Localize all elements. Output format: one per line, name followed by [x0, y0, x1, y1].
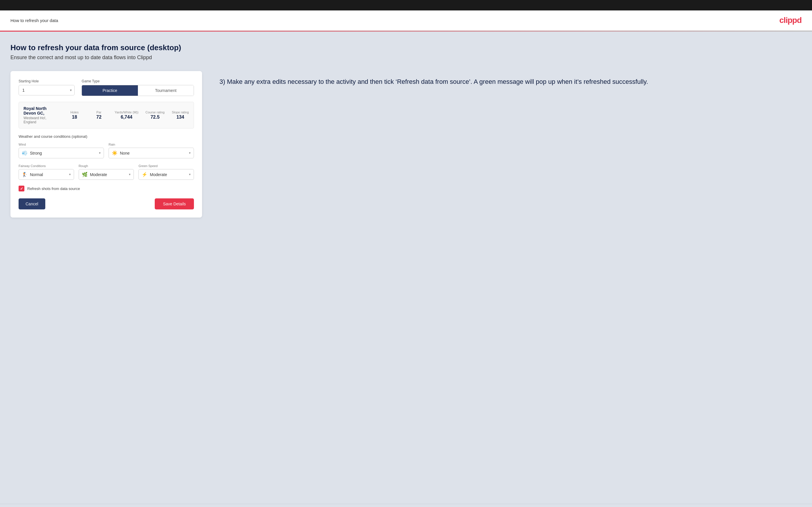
tournament-button[interactable]: Tournament [138, 85, 194, 96]
holes-label: Holes [70, 111, 79, 114]
page-subheading: Ensure the correct and most up to date d… [10, 55, 802, 61]
fairway-select[interactable]: 🏌 Normal ▾ [18, 169, 74, 180]
top-bar [0, 0, 812, 10]
info-text: 3) Make any extra edits necessary to the… [219, 77, 802, 87]
par-label: Par [96, 111, 101, 114]
yards-label: Yards/White (M)) [115, 111, 139, 114]
rough-value: Moderate [90, 172, 129, 177]
fairway-group: Fairway Conditions 🏌 Normal ▾ [18, 164, 74, 180]
course-yards-stat: Yards/White (M)) 6,744 [115, 111, 139, 120]
course-rating-label: Course rating [145, 111, 165, 114]
course-name-text: Royal North Devon GC, [23, 106, 59, 115]
logo: clippd [779, 16, 802, 25]
fairway-icon: 🏌 [22, 172, 28, 177]
fairway-rough-green-row: Fairway Conditions 🏌 Normal ▾ Rough 🌿 Mo… [18, 164, 194, 180]
checkmark-icon: ✓ [20, 186, 23, 191]
wind-label: Wind [18, 143, 104, 146]
fairway-value: Normal [30, 172, 69, 177]
save-button[interactable]: Save Details [155, 199, 194, 210]
rough-icon: 🌿 [82, 172, 88, 177]
wind-group: Wind 💨 Strong ▾ [18, 143, 104, 158]
green-speed-group: Green Speed ⚡ Moderate ▾ [139, 164, 194, 180]
header-title: How to refresh your data [10, 18, 58, 23]
par-value: 72 [96, 115, 102, 120]
rain-value: None [120, 151, 189, 156]
holes-value: 18 [72, 115, 77, 120]
rain-label: Rain [109, 143, 194, 146]
starting-hole-select-wrapper[interactable]: 1 2 10 ▾ [18, 85, 74, 96]
slope-rating-label: Slope rating [172, 111, 189, 114]
form-actions: Cancel Save Details [18, 199, 194, 210]
wind-arrow-icon: ▾ [99, 151, 101, 155]
footer: Copyright Clippd 2022 [0, 504, 812, 507]
slope-rating-value: 134 [176, 115, 184, 120]
yards-value: 6,744 [121, 115, 133, 120]
starting-hole-select[interactable]: 1 2 10 [18, 85, 74, 96]
rain-group: Rain ☀️ None ▾ [109, 143, 194, 158]
content-row: Starting Hole 1 2 10 ▾ Game Type Practic… [10, 71, 802, 218]
green-speed-value: Moderate [150, 172, 189, 177]
green-speed-select[interactable]: ⚡ Moderate ▾ [139, 169, 194, 180]
course-rating-stat: Course rating 72.5 [145, 111, 165, 120]
info-panel: 3) Make any extra edits necessary to the… [219, 71, 802, 87]
wind-icon: 💨 [22, 150, 28, 156]
form-panel: Starting Hole 1 2 10 ▾ Game Type Practic… [10, 71, 202, 218]
course-location: Westward Ho!, England [23, 116, 59, 124]
starting-hole-label: Starting Hole [18, 79, 74, 83]
green-speed-icon: ⚡ [142, 172, 148, 177]
course-holes-stat: Holes 18 [66, 111, 83, 120]
slope-rating-stat: Slope rating 134 [171, 111, 189, 120]
rough-select[interactable]: 🌿 Moderate ▾ [79, 169, 134, 180]
game-type-buttons: Practice Tournament [82, 85, 194, 96]
main-content: How to refresh your data from source (de… [0, 32, 812, 504]
fairway-arrow-icon: ▾ [69, 173, 71, 176]
course-row: Royal North Devon GC, Westward Ho!, Engl… [18, 102, 194, 128]
starting-hole-group: Starting Hole 1 2 10 ▾ [18, 79, 74, 96]
course-name: Royal North Devon GC, Westward Ho!, Engl… [23, 106, 59, 124]
wind-select[interactable]: 💨 Strong ▾ [18, 148, 104, 158]
rough-arrow-icon: ▾ [129, 173, 131, 176]
practice-button[interactable]: Practice [82, 85, 138, 96]
green-speed-label: Green Speed [139, 164, 194, 168]
rough-label: Rough [79, 164, 134, 168]
checkbox-row: ✓ Refresh shots from data source [18, 186, 194, 191]
rough-group: Rough 🌿 Moderate ▾ [79, 164, 134, 180]
conditions-heading: Weather and course conditions (optional) [18, 134, 194, 138]
cancel-button[interactable]: Cancel [18, 199, 45, 210]
page-heading: How to refresh your data from source (de… [10, 43, 802, 52]
wind-value: Strong [30, 151, 99, 156]
header: How to refresh your data clippd [0, 10, 812, 31]
wind-rain-row: Wind 💨 Strong ▾ Rain ☀️ None ▾ [18, 143, 194, 158]
rain-arrow-icon: ▾ [189, 151, 191, 155]
green-speed-arrow-icon: ▾ [189, 173, 191, 176]
top-form-row: Starting Hole 1 2 10 ▾ Game Type Practic… [18, 79, 194, 96]
game-type-label: Game Type [82, 79, 194, 83]
course-par-stat: Par 72 [90, 111, 108, 120]
rain-icon: ☀️ [112, 150, 117, 156]
course-rating-value: 72.5 [150, 115, 159, 120]
game-type-group: Game Type Practice Tournament [82, 79, 194, 96]
refresh-checkbox[interactable]: ✓ [18, 186, 24, 191]
fairway-label: Fairway Conditions [18, 164, 74, 168]
refresh-label: Refresh shots from data source [27, 186, 80, 191]
rain-select[interactable]: ☀️ None ▾ [109, 148, 194, 158]
